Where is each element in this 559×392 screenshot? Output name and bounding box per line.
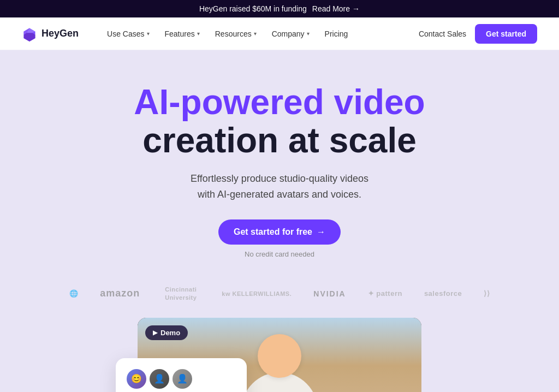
logos-section: 🌐 amazon Cincinnati University kw KELLER… — [0, 275, 559, 318]
script-card: 😊 👤 👤 Script Hey there! Welcome to HeyGe… — [116, 358, 247, 392]
chevron-down-icon: ▾ — [147, 31, 150, 37]
logo-globe: 🌐 — [69, 289, 79, 298]
logo-amazon: amazon — [100, 288, 140, 299]
logo-cincinnati: Cincinnati University — [162, 286, 200, 301]
nav-item-pricing[interactable]: Pricing — [318, 25, 355, 43]
logo-icon — [22, 26, 37, 41]
hero-subtitle: Effortlessly produce studio-quality vide… — [22, 171, 537, 203]
navbar: HeyGen Use Cases ▾ Features ▾ Resources … — [0, 17, 559, 50]
demo-badge[interactable]: ▶ Demo — [145, 325, 188, 340]
hero-cta-container: Get started for free → No credit card ne… — [22, 219, 537, 258]
script-avatars: 😊 👤 👤 — [127, 369, 236, 389]
avatar-3: 👤 — [173, 369, 192, 389]
announcement-banner: HeyGen raised $60M in funding Read More … — [0, 0, 559, 17]
logo-salesforce: salesforce — [424, 289, 462, 298]
logo-pattern: ✦ pattern — [368, 289, 402, 298]
nav-item-company[interactable]: Company ▾ — [265, 25, 316, 43]
hero-section: AI-powered video creation at scale Effor… — [0, 50, 559, 275]
nav-item-features[interactable]: Features ▾ — [158, 25, 206, 43]
play-icon: ▶ — [153, 329, 157, 336]
no-credit-text: No credit card needed — [245, 250, 314, 258]
avatar-1: 😊 — [127, 369, 146, 389]
contact-sales-link[interactable]: Contact Sales — [419, 29, 466, 38]
nav-right: Contact Sales Get started — [419, 24, 537, 44]
nav-item-use-cases[interactable]: Use Cases ▾ — [100, 25, 156, 43]
svg-marker-3 — [24, 33, 35, 41]
chevron-down-icon: ▾ — [197, 31, 200, 37]
logo-nav-right: ⟩⟩ — [484, 289, 490, 298]
read-more-link[interactable]: Read More → — [312, 4, 360, 13]
hero-title: AI-powered video creation at scale — [22, 83, 537, 160]
avatar-2: 👤 — [150, 369, 169, 389]
nav-links: Use Cases ▾ Features ▾ Resources ▾ Compa… — [100, 25, 419, 43]
logo-nvidia: NVIDIA — [313, 289, 346, 298]
hero-title-line1: AI-powered video — [22, 83, 537, 121]
demo-section: ▶ Demo 😊 👤 👤 Script Hey there! Welcome t… — [0, 318, 559, 392]
logo-kw: kw KELLERWILLIAMS. — [222, 290, 292, 297]
logo-link[interactable]: HeyGen — [22, 26, 79, 41]
chevron-down-icon: ▾ — [254, 31, 257, 37]
announcement-text: HeyGen raised $60M in funding — [199, 4, 307, 13]
nav-item-resources[interactable]: Resources ▾ — [209, 25, 263, 43]
get-started-button[interactable]: Get started — [475, 24, 537, 44]
hero-cta-button[interactable]: Get started for free → — [218, 219, 341, 245]
hero-title-line2: creation at scale — [22, 121, 537, 159]
chevron-down-icon: ▾ — [307, 31, 310, 37]
